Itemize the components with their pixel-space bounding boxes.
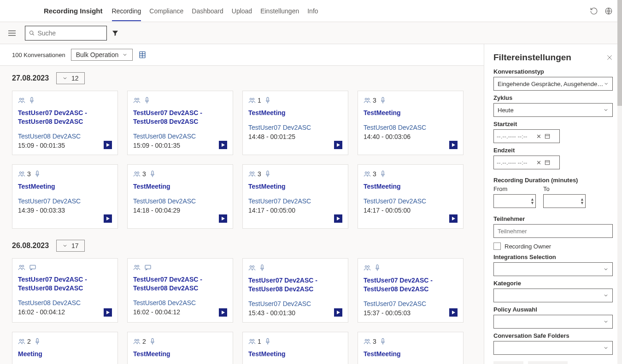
conv-type-select[interactable]: Eingehende Gespräche, Ausgehende G... [493,77,613,91]
start-time-field[interactable] [497,133,534,140]
save-button[interactable]: Speichern [528,361,568,364]
integrations-select[interactable] [493,262,613,276]
close-icon[interactable] [606,54,613,61]
cycle-select[interactable]: Heute [493,103,613,117]
recording-card[interactable]: 3TestMeetingTestUser07 Dev2ASC14:17 - 00… [358,164,464,229]
start-time-input[interactable]: ✕ [493,129,560,143]
start-label: Startzeit [493,121,613,127]
card-owner: TestUser08 Dev2ASC [133,197,227,205]
svg-point-76 [250,339,252,341]
play-button[interactable] [334,214,342,223]
recording-card[interactable]: 3TestMeetingTestUser08 Dev2ASC14:40 - 00… [358,91,464,155]
mic-icon [265,97,270,104]
tab-upload[interactable]: Upload [232,1,252,21]
recording-card[interactable]: 1TestMeetingTestUser07 Dev2ASC14:48 - 00… [242,91,348,155]
tab-info[interactable]: Info [307,1,318,21]
end-time-field[interactable] [497,159,534,166]
refresh-icon[interactable] [590,7,598,15]
recording-card[interactable]: TestUser07 Dev2ASC - TestUser08 Dev2ASCT… [358,258,464,323]
search-box[interactable] [25,26,107,40]
calendar-icon[interactable] [544,159,551,166]
svg-point-16 [137,98,139,100]
svg-marker-39 [222,217,225,220]
svg-point-20 [250,98,252,100]
spinner-icon[interactable]: ▲▼ [580,197,584,205]
play-button[interactable] [334,308,342,317]
play-button[interactable] [104,141,112,149]
recording-card[interactable]: 3TestMeetingTestUser08 Dev2ASC14:18 - 00… [127,164,233,229]
duration-from-input[interactable]: ▲▼ [493,194,536,208]
bulk-operation-button[interactable]: Bulk Operation [71,49,133,61]
people-icon [248,338,256,345]
spinner-icon[interactable]: ▲▼ [530,197,534,205]
policy-select[interactable] [493,315,613,329]
group-toggle[interactable]: 17 [56,240,85,252]
chevron-down-icon [603,107,609,113]
card-time: 15:43 - 00:01:30 [248,309,342,317]
panel-scrollbar[interactable] [617,0,622,364]
clear-icon[interactable]: ✕ [536,159,541,166]
svg-marker-53 [106,311,110,314]
svg-point-55 [137,265,139,267]
clear-icon[interactable]: ✕ [536,133,541,140]
duration-to-input[interactable]: ▲▼ [543,194,586,208]
mic-icon [35,170,40,178]
recording-card[interactable]: TestUser07 Dev2ASC - TestUser08 Dev2ASCT… [127,91,233,155]
card-title: TestMeeting [248,350,342,358]
recording-card[interactable]: TestUser07 Dev2ASC - TestUser08 Dev2ASCT… [12,258,118,323]
recording-owner-checkbox[interactable] [493,243,501,250]
export-excel-icon[interactable] [138,51,147,59]
recording-card[interactable]: 3TestMeetingTestUser07 Dev2ASC14:17 - 00… [242,164,348,229]
svg-rect-17 [146,97,148,101]
play-button[interactable] [449,214,458,223]
recording-card[interactable]: TestUser07 Dev2ASC - TestUser08 Dev2ASCT… [12,91,118,155]
globe-icon[interactable] [604,7,613,15]
participant-count: 1 [258,97,261,104]
recording-card[interactable]: 3TestMeeting [358,332,464,364]
group-toggle[interactable]: 12 [56,72,85,84]
svg-rect-42 [267,171,269,174]
search-input[interactable] [37,29,103,37]
results-count: 100 Konversationen [12,52,65,58]
play-button[interactable] [449,141,458,149]
play-button[interactable] [334,141,342,149]
tab-dashboard[interactable]: Dashboard [192,1,223,21]
play-button[interactable] [104,308,112,317]
cycle-label: Zyklus [493,94,613,101]
play-button[interactable] [219,141,227,149]
card-owner: TestUser08 Dev2ASC [133,133,227,140]
safe-folders-select[interactable] [493,341,613,355]
tab-compliance[interactable]: Compliance [149,1,183,21]
svg-rect-56 [145,265,151,269]
card-time: 14:17 - 00:05:00 [248,207,342,214]
category-select[interactable] [493,289,613,302]
svg-point-21 [252,98,254,100]
recording-card[interactable]: 3TestMeetingTestUser07 Dev2ASC14:39 - 00… [12,164,118,229]
recording-card[interactable]: 1TestMeeting [242,332,348,364]
calendar-icon[interactable] [544,133,551,139]
tab-einstellungen[interactable]: Einstellungen [260,1,299,21]
svg-point-59 [252,266,254,267]
card-time: 14:39 - 00:03:33 [18,207,112,214]
play-button[interactable] [449,308,458,317]
filter-icon[interactable] [111,29,119,37]
recording-card[interactable]: TestUser07 Dev2ASC - TestUser08 Dev2ASCT… [242,258,348,323]
card-owner: TestUser07 Dev2ASC [18,197,112,205]
recording-card[interactable]: TestUser07 Dev2ASC - TestUser08 Dev2ASCT… [127,258,233,323]
participants-input[interactable] [493,224,613,238]
recording-card[interactable]: 2TestMeeting [127,332,233,364]
end-time-input[interactable]: ✕ [493,156,560,169]
participant-count: 3 [142,170,146,178]
card-time: 16:02 - 00:04:12 [18,308,112,316]
chevron-down-icon [603,266,609,272]
recording-card[interactable]: 2Meeting [12,332,118,364]
menu-icon[interactable] [5,29,19,38]
people-icon [18,97,25,104]
play-button[interactable] [104,214,112,223]
card-owner: TestUser08 Dev2ASC [364,124,458,131]
play-button[interactable] [219,214,227,223]
card-title: TestMeeting [248,182,342,191]
play-button[interactable] [219,308,227,317]
search-button[interactable]: Suche [493,361,523,364]
tab-recording[interactable]: Recording [112,1,141,21]
